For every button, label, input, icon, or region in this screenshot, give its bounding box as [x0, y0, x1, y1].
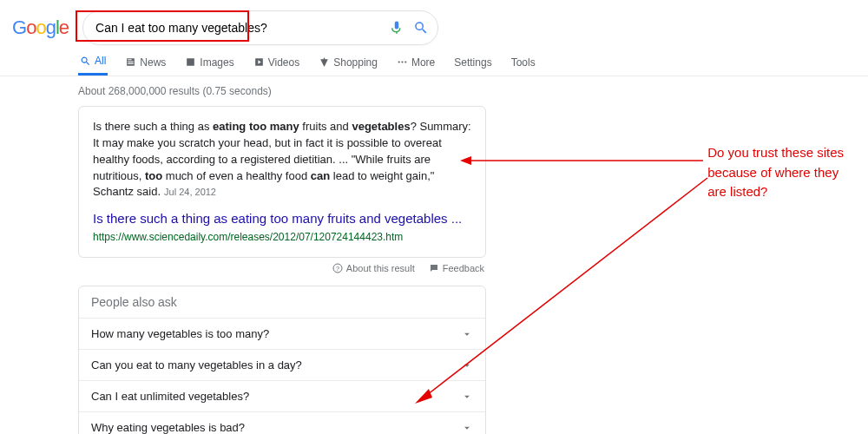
- featured-text: Is there such a thing as eating too many…: [93, 119, 471, 201]
- about-this-result[interactable]: ?About this result: [332, 263, 415, 273]
- mic-icon[interactable]: [389, 20, 404, 36]
- chevron-down-icon: [461, 328, 473, 340]
- google-logo[interactable]: Google: [12, 16, 69, 39]
- svg-point-0: [398, 61, 400, 62]
- svg-point-1: [401, 61, 403, 62]
- featured-date: Jul 24, 2012: [164, 187, 216, 197]
- paa-question[interactable]: Can you eat to many vegetables in a day?: [79, 349, 485, 380]
- feedback-link[interactable]: Feedback: [429, 263, 484, 273]
- tab-label: Shopping: [333, 56, 378, 69]
- paa-header: People also ask: [79, 286, 485, 318]
- people-also-ask: People also ask How many vegetables is t…: [78, 286, 486, 434]
- tab-news[interactable]: News: [123, 49, 168, 76]
- featured-snippet: Is there such a thing as eating too many…: [78, 106, 486, 258]
- svg-point-2: [404, 61, 406, 62]
- search-tabs: All News Images Videos Shopping More Set…: [0, 49, 868, 76]
- annotation-arrow: [456, 152, 707, 169]
- settings-link[interactable]: Settings: [452, 56, 493, 69]
- chevron-down-icon: [461, 391, 473, 403]
- tab-label: All: [95, 55, 106, 67]
- tab-label: More: [411, 56, 435, 69]
- result-stats: About 268,000,000 results (0.75 seconds): [78, 85, 486, 97]
- featured-title-link[interactable]: Is there such a thing as eating too many…: [93, 209, 471, 228]
- featured-url: https://www.sciencedaily.com/releases/20…: [93, 230, 471, 245]
- chevron-down-icon: [461, 422, 473, 434]
- tab-label: News: [140, 56, 166, 69]
- tab-more[interactable]: More: [395, 49, 437, 76]
- tab-label: Videos: [268, 56, 299, 69]
- tab-images[interactable]: Images: [183, 49, 235, 76]
- chevron-down-icon: [461, 359, 473, 372]
- paa-question[interactable]: Can I eat unlimited vegetables?: [79, 380, 485, 411]
- tools-link[interactable]: Tools: [510, 56, 537, 69]
- tab-shopping[interactable]: Shopping: [317, 49, 379, 76]
- svg-text:?: ?: [336, 266, 339, 272]
- search-bar: [82, 10, 438, 45]
- annotation-text: Do you trust these sites because of wher…: [707, 143, 844, 202]
- search-input[interactable]: [95, 21, 389, 35]
- paa-question[interactable]: Why eating vegetables is bad?: [79, 411, 485, 434]
- tab-label: Images: [200, 56, 233, 69]
- tab-videos[interactable]: Videos: [252, 49, 301, 76]
- paa-question[interactable]: How many vegetables is too many?: [79, 318, 485, 349]
- search-icon[interactable]: [413, 20, 429, 36]
- tab-all[interactable]: All: [78, 49, 108, 76]
